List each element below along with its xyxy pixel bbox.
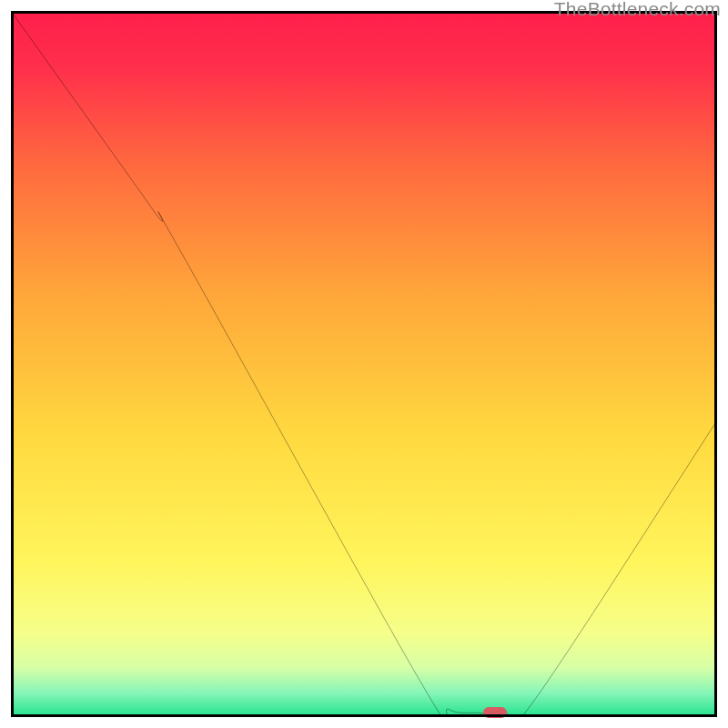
chart-canvas: TheBottleneck.com [0, 0, 728, 728]
min-marker [483, 707, 507, 718]
watermark-text: TheBottleneck.com [554, 0, 721, 20]
bottleneck-curve [11, 11, 717, 717]
plot-area [11, 11, 717, 717]
